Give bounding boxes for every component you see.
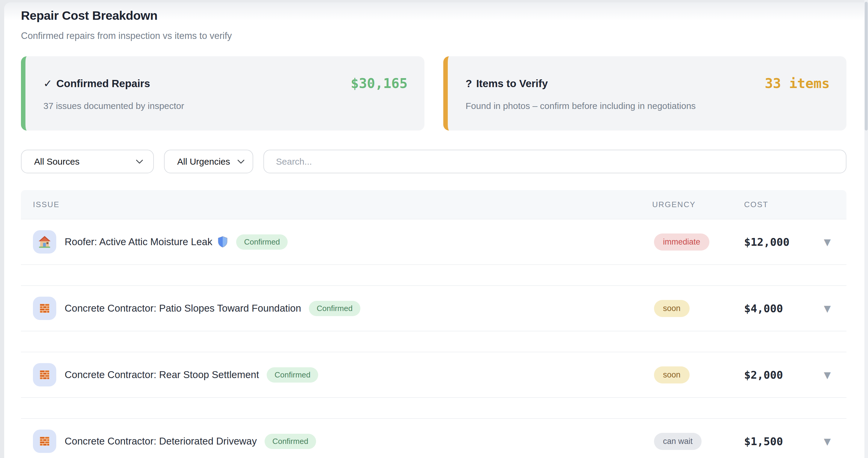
- urgency-cell: soon: [652, 366, 744, 384]
- cost-value: $12,000: [744, 236, 808, 248]
- expand-row-button[interactable]: ▼: [821, 234, 833, 250]
- card-description: Found in photos – confirm before includi…: [466, 101, 830, 111]
- urgency-badge: can wait: [654, 433, 702, 450]
- card-value: 33 items: [765, 75, 830, 91]
- table-row[interactable]: Roofer: Active Attic Moisture Leak Confi…: [21, 219, 846, 264]
- column-header-cost: COST: [744, 200, 808, 209]
- house-icon: [38, 235, 52, 249]
- confirmed-repairs-card: ✓ Confirmed Repairs $30,165 37 issues do…: [21, 56, 425, 130]
- urgency-cell: soon: [652, 300, 744, 317]
- status-badge: Confirmed: [267, 367, 318, 383]
- question-icon: ?: [466, 78, 472, 90]
- issue-title: Concrete Contractor: Deteriorated Drivew…: [65, 435, 257, 447]
- main-panel: Repair Cost Breakdown Confirmed repairs …: [4, 2, 864, 458]
- scrollbar-thumb[interactable]: [865, 2, 868, 130]
- page-title: Repair Cost Breakdown: [21, 8, 846, 23]
- cost-value: $2,000: [744, 369, 808, 381]
- status-badge: Confirmed: [265, 434, 316, 449]
- issue-cell: Roofer: Active Attic Moisture Leak Confi…: [21, 230, 652, 253]
- column-header-issue: ISSUE: [21, 200, 652, 209]
- row-expansion-area: [21, 264, 846, 285]
- card-title: ✓ Confirmed Repairs: [43, 78, 150, 90]
- row-avatar: [33, 363, 56, 387]
- row-expansion-area: [21, 397, 846, 418]
- cost-value: $1,500: [744, 435, 808, 448]
- row-expansion-area: [21, 331, 846, 352]
- check-icon: ✓: [43, 78, 52, 90]
- shield-icon: [217, 236, 228, 248]
- card-description: 37 issues documented by inspector: [43, 101, 408, 111]
- table-row[interactable]: Concrete Contractor: Rear Stoop Settleme…: [21, 352, 846, 397]
- source-filter-value: All Sources: [34, 157, 80, 167]
- status-badge: Confirmed: [309, 301, 360, 316]
- search-input[interactable]: [264, 150, 846, 173]
- page-subtitle: Confirmed repairs from inspection vs ite…: [21, 31, 846, 41]
- column-header-urgency: URGENCY: [652, 200, 744, 209]
- table-row[interactable]: Concrete Contractor: Patio Slopes Toward…: [21, 285, 846, 331]
- urgency-badge: immediate: [654, 234, 709, 250]
- items-to-verify-card: ? Items to Verify 33 items Found in phot…: [443, 56, 847, 130]
- filter-bar: All Sources All Urgencies: [21, 150, 846, 173]
- repairs-table: ISSUE URGENCY COST Roofer: Active Attic …: [21, 190, 846, 458]
- card-value: $30,165: [351, 75, 408, 91]
- issue-cell: Concrete Contractor: Patio Slopes Toward…: [21, 297, 652, 320]
- urgency-filter-value: All Urgencies: [177, 157, 230, 167]
- issue-title: Concrete Contractor: Patio Slopes Toward…: [65, 303, 301, 314]
- expand-row-button[interactable]: ▼: [821, 367, 833, 383]
- row-avatar: [33, 297, 56, 320]
- scrollbar-track[interactable]: [864, 0, 868, 458]
- urgency-cell: can wait: [652, 433, 744, 450]
- expand-row-button[interactable]: ▼: [821, 434, 833, 449]
- urgency-badge: soon: [654, 300, 690, 317]
- card-title: ? Items to Verify: [466, 78, 548, 90]
- expand-row-button[interactable]: ▼: [821, 301, 833, 316]
- chevron-down-icon: [136, 159, 143, 164]
- table-header: ISSUE URGENCY COST: [21, 190, 846, 219]
- issue-title: Concrete Contractor: Rear Stoop Settleme…: [65, 369, 259, 380]
- source-filter-select[interactable]: All Sources: [21, 150, 154, 173]
- brick-icon: [38, 302, 51, 315]
- summary-cards: ✓ Confirmed Repairs $30,165 37 issues do…: [21, 56, 846, 130]
- brick-icon: [38, 435, 51, 448]
- cost-value: $4,000: [744, 302, 808, 315]
- issue-title: Roofer: Active Attic Moisture Leak: [65, 236, 212, 248]
- urgency-badge: soon: [654, 366, 690, 384]
- issue-cell: Concrete Contractor: Deteriorated Drivew…: [21, 430, 652, 453]
- table-row[interactable]: Concrete Contractor: Deteriorated Drivew…: [21, 418, 846, 458]
- card-title-label: Confirmed Repairs: [56, 78, 150, 90]
- chevron-down-icon: [237, 159, 245, 164]
- brick-icon: [38, 368, 51, 381]
- urgency-filter-select[interactable]: All Urgencies: [164, 150, 253, 173]
- status-badge: Confirmed: [236, 234, 288, 250]
- urgency-cell: immediate: [652, 234, 744, 250]
- row-avatar: [33, 430, 56, 453]
- issue-cell: Concrete Contractor: Rear Stoop Settleme…: [21, 363, 652, 387]
- row-avatar: [33, 230, 56, 253]
- card-title-label: Items to Verify: [476, 78, 548, 90]
